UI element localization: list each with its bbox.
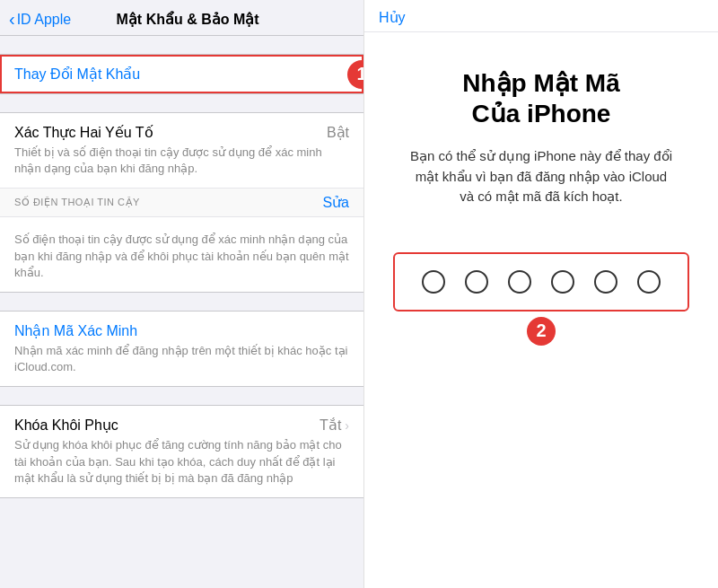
trusted-phone-desc-item: Số điện thoại tin cậy được sử dụng để xá… [0,217,363,292]
passcode-dot-3 [508,270,531,294]
passcode-dot-4 [551,270,574,294]
left-panel: ‹ ID Apple Mật Khẩu & Bảo Mật Thay Đổi M… [0,0,363,588]
back-chevron-icon: ‹ [9,9,15,30]
passcode-dot-6 [637,270,661,294]
trusted-phone-action[interactable]: Sửa [322,194,349,211]
recovery-key-value: Tắt [320,417,341,434]
trusted-phone-item: SỐ ĐIỆN THOẠI TIN CẬY Sửa [0,189,363,217]
two-factor-value: Bật [327,124,349,141]
right-nav-bar: Hủy [364,0,718,32]
trusted-phone-label: SỐ ĐIỆN THOẠI TIN CẬY [14,197,140,208]
verification-section: Nhận Mã Xác Minh Nhận mã xác minh để đăn… [0,311,363,387]
content-scroll: Thay Đổi Mật Khẩu 1 Xác Thực Hai Yếu Tố … [0,36,363,588]
verification-item[interactable]: Nhận Mã Xác Minh Nhận mã xác minh để đăn… [0,312,363,386]
right-title-line2: Của iPhone [472,100,611,127]
right-panel: Hủy Nhập Mật Mã Của iPhone Bạn có thể sử… [363,0,718,588]
passcode-dot-1 [422,270,445,294]
two-factor-desc: Thiết bị và số điện thoại tin cậy được s… [14,145,349,177]
recovery-key-section: Khóa Khôi Phục Tắt › Sử dụng khóa khôi p… [0,405,363,498]
recovery-key-item[interactable]: Khóa Khôi Phục Tắt › Sử dụng khóa khôi p… [0,406,363,497]
verification-desc: Nhận mã xác minh để đăng nhập trên một t… [14,343,349,375]
change-password-label: Thay Đổi Mật Khẩu [14,66,140,82]
passcode-dot-5 [594,270,617,294]
recovery-key-desc: Sử dụng khóa khôi phục để tăng cường tín… [14,437,349,487]
trusted-phone-desc: Số điện thoại tin cậy được sử dụng để xá… [14,232,349,281]
cancel-button[interactable]: Hủy [379,10,406,25]
nav-title: Mật Khẩu & Bảo Mật [26,11,349,28]
change-password-section: Thay Đổi Mật Khẩu 1 [0,54,363,94]
two-factor-section: Xác Thực Hai Yếu Tố Bật Thiết bị và số đ… [0,112,363,293]
passcode-input-area[interactable] [393,252,689,312]
two-factor-item[interactable]: Xác Thực Hai Yếu Tố Bật Thiết bị và số đ… [0,113,363,189]
right-content: Nhập Mật Mã Của iPhone Bạn có thể sử dụn… [364,32,718,588]
recovery-key-title: Khóa Khôi Phục [14,417,118,434]
right-title: Nhập Mật Mã Của iPhone [462,68,620,128]
right-description: Bạn có thể sử dụng iPhone này để thay đổ… [407,146,676,207]
passcode-dot-2 [465,270,488,294]
change-password-item[interactable]: Thay Đổi Mật Khẩu 1 [0,55,363,93]
verification-title: Nhận Mã Xác Minh [14,323,137,338]
step1-badge: 1 [347,60,363,89]
right-title-line1: Nhập Mật Mã [462,69,620,97]
nav-bar: ‹ ID Apple Mật Khẩu & Bảo Mật [0,0,363,36]
two-factor-title: Xác Thực Hai Yếu Tố [14,124,153,141]
recovery-chevron-icon: › [345,418,349,433]
step2-badge: 2 [527,317,556,346]
